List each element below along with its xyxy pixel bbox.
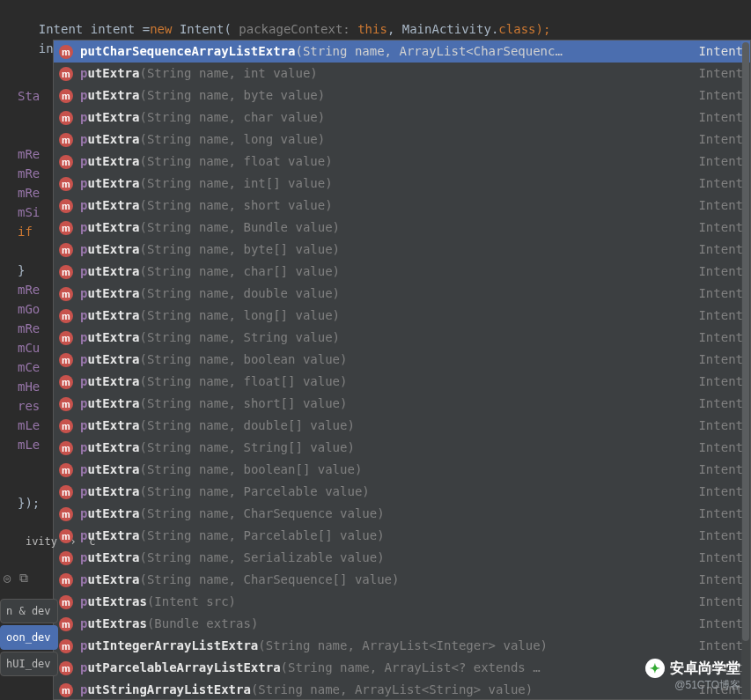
autocomplete-item[interactable]: mputExtra(String name, boolean[] value)I…: [54, 459, 750, 481]
tool-icon[interactable]: ◎: [4, 571, 11, 592]
suggestion-return-type: Intent: [698, 107, 743, 129]
method-icon: m: [59, 441, 73, 455]
breadcrumb[interactable]: ivity › c: [0, 512, 95, 532]
background-code: if: [0, 222, 53, 241]
suggestion-signature: putExtra(String name, short value): [80, 195, 691, 217]
suggestion-return-type: Intent: [698, 85, 743, 107]
autocomplete-item[interactable]: mputExtra(String name, String value)Inte…: [54, 327, 750, 349]
method-icon: m: [59, 551, 73, 565]
autocomplete-item[interactable]: mputExtra(String name, Serializable valu…: [54, 547, 750, 569]
autocomplete-item[interactable]: mputExtra(String name, byte value)Intent: [54, 85, 750, 107]
method-icon: m: [59, 573, 73, 587]
suggestion-return-type: Intent: [698, 635, 743, 657]
suggestion-signature: putIntegerArrayListExtra(String name, Ar…: [80, 635, 691, 657]
suggestion-signature: putExtra(String name, int value): [80, 63, 691, 85]
autocomplete-item[interactable]: mputExtra(String name, boolean value)Int…: [54, 349, 750, 371]
suggestion-return-type: Intent: [698, 657, 743, 679]
background-code: mHe: [0, 377, 53, 396]
suggestion-signature: putExtra(String name, short[] value): [80, 393, 691, 415]
autocomplete-item[interactable]: mputExtra(String name, double value)Inte…: [54, 283, 750, 305]
code-text: );: [536, 22, 551, 36]
tab-label: oon_dev: [6, 631, 51, 644]
background-code: mGo: [0, 299, 53, 319]
autocomplete-item[interactable]: mputExtra(String name, double[] value)In…: [54, 415, 750, 437]
suggestion-signature: putExtra(String name, boolean[] value): [80, 459, 691, 481]
method-icon: m: [59, 463, 73, 477]
suggestion-return-type: Intent: [698, 459, 743, 481]
autocomplete-item[interactable]: mputExtra(String name, String[] value)In…: [54, 437, 750, 459]
background-code: mCe: [0, 357, 53, 377]
autocomplete-item[interactable]: mputExtras(Bundle extras)Intent: [54, 613, 750, 635]
autocomplete-item[interactable]: mputParcelableArrayListExtra(String name…: [54, 657, 750, 679]
code-text: Intent intent =: [39, 22, 150, 36]
suggestion-return-type: Intent: [698, 151, 743, 173]
suggestion-return-type: Intent: [698, 63, 743, 85]
suggestion-return-type: Intent: [698, 261, 743, 283]
suggestion-signature: putExtra(String name, byte value): [80, 85, 691, 107]
breadcrumb-part: c: [89, 535, 95, 548]
tool-icon[interactable]: ⧉: [19, 571, 28, 592]
autocomplete-item[interactable]: mputCharSequenceArrayListExtra(String na…: [54, 41, 750, 63]
suggestion-signature: putExtra(String name, long[] value): [80, 305, 691, 327]
method-icon: m: [59, 375, 73, 389]
keyword-new: new: [150, 22, 172, 36]
method-icon: m: [59, 683, 73, 697]
autocomplete-item[interactable]: mputExtra(String name, CharSequence[] va…: [54, 569, 750, 591]
method-icon: m: [59, 661, 73, 675]
autocomplete-item[interactable]: mputExtra(String name, Bundle value)Inte…: [54, 217, 750, 239]
background-code: [0, 474, 53, 493]
method-icon: m: [59, 155, 73, 169]
method-icon: m: [59, 243, 73, 257]
suggestion-return-type: Intent: [698, 569, 743, 591]
autocomplete-item[interactable]: mputExtras(Intent src)Intent: [54, 591, 750, 613]
suggestion-return-type: Intent: [698, 481, 743, 503]
branch-tab[interactable]: n & dev: [0, 599, 58, 623]
autocomplete-item[interactable]: mputExtra(String name, long[] value)Inte…: [54, 305, 750, 327]
branch-tab-active[interactable]: oon_dev: [0, 625, 58, 650]
code-editor[interactable]: Intent intent =new Intent( packageContex…: [0, 0, 751, 700]
method-icon: m: [59, 45, 73, 59]
method-icon: m: [59, 133, 73, 147]
breadcrumb-part: ivity: [26, 535, 57, 548]
background-code: [0, 241, 53, 261]
autocomplete-item[interactable]: mputExtra(String name, short value)Inten…: [54, 195, 750, 217]
method-icon: m: [59, 331, 73, 345]
code-text: , MainActivity.: [387, 22, 498, 36]
suggestion-signature: putExtras(Bundle extras): [80, 613, 691, 635]
code-line-1[interactable]: Intent intent =new Intent( packageContex…: [9, 0, 751, 19]
autocomplete-item[interactable]: mputExtra(String name, short[] value)Int…: [54, 393, 750, 415]
suggestion-signature: putStringArrayListExtra(String name, Arr…: [80, 679, 691, 700]
suggestion-signature: putExtra(String name, double value): [80, 283, 691, 305]
autocomplete-item[interactable]: mputExtra(String name, float[] value)Int…: [54, 371, 750, 393]
autocomplete-popup[interactable]: mputCharSequenceArrayListExtra(String na…: [53, 40, 751, 700]
autocomplete-item[interactable]: mputExtra(String name, int[] value)Inten…: [54, 173, 750, 195]
autocomplete-item[interactable]: mputExtra(String name, Parcelable[] valu…: [54, 525, 750, 547]
autocomplete-item[interactable]: mputIntegerArrayListExtra(String name, A…: [54, 635, 750, 657]
autocomplete-item[interactable]: mputExtra(String name, char value)Intent: [54, 107, 750, 129]
suggestion-signature: putExtras(Intent src): [80, 591, 691, 613]
background-code: mRe: [0, 144, 53, 164]
autocomplete-item[interactable]: mputExtra(String name, float value)Inten…: [54, 151, 750, 173]
suggestion-return-type: Intent: [698, 305, 743, 327]
suggestion-return-type: Intent: [698, 239, 743, 261]
tab-label: n & dev: [6, 605, 51, 617]
popup-scrollbar[interactable]: [741, 41, 750, 699]
method-icon: m: [59, 177, 73, 191]
autocomplete-item[interactable]: mputExtra(String name, byte[] value)Inte…: [54, 239, 750, 261]
autocomplete-item[interactable]: mputExtra(String name, int value)Intent: [54, 63, 750, 85]
keyword-this: this: [350, 22, 387, 36]
scrollbar-thumb[interactable]: [742, 42, 749, 641]
branch-tab[interactable]: hUI_dev: [0, 652, 58, 676]
autocomplete-item[interactable]: mputExtra(String name, char[] value)Inte…: [54, 261, 750, 283]
suggestion-return-type: Intent: [698, 327, 743, 349]
autocomplete-item[interactable]: mputExtra(String name, Parcelable value)…: [54, 481, 750, 503]
autocomplete-item[interactable]: mputStringArrayListExtra(String name, Ar…: [54, 679, 750, 700]
suggestion-return-type: Intent: [698, 591, 743, 613]
autocomplete-item[interactable]: mputExtra(String name, long value)Intent: [54, 129, 750, 151]
method-icon: m: [59, 89, 73, 103]
suggestion-signature: putExtra(String name, CharSequence value…: [80, 503, 691, 525]
autocomplete-item[interactable]: mputExtra(String name, CharSequence valu…: [54, 503, 750, 525]
background-code: mRe: [0, 319, 53, 338]
background-code: mRe: [0, 164, 53, 183]
method-icon: m: [59, 67, 73, 81]
